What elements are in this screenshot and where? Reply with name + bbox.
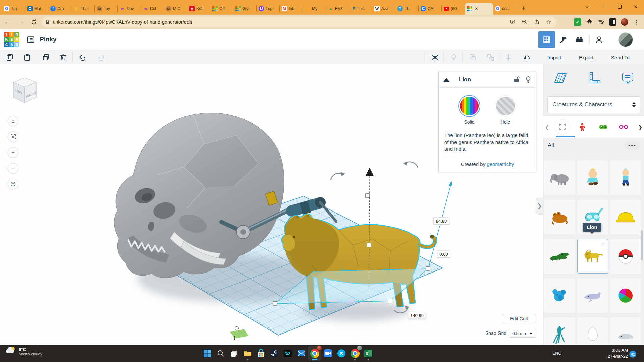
home-view-button[interactable]: ⌂ — [8, 116, 18, 126]
redo-button[interactable] — [97, 52, 107, 62]
dim-width-label[interactable]: 140.69 — [408, 312, 426, 319]
adblock-extension-icon[interactable]: ✓ — [574, 18, 581, 26]
taskbar-excel[interactable]: X — [362, 346, 375, 361]
shape-item-pokeball[interactable] — [610, 239, 641, 274]
tinkercad-logo[interactable]: TINKERCAD — [4, 32, 19, 47]
panel-collapse-button[interactable] — [439, 72, 454, 87]
browser-tab-Gra[interactable]: Gra — [233, 3, 257, 15]
notification-count-badge[interactable]: 41 — [629, 351, 636, 358]
extensions-puzzle-icon[interactable] — [586, 18, 593, 26]
browser-tab-Cra[interactable]: fCra — [48, 3, 71, 15]
account-person-icon[interactable] — [595, 35, 603, 44]
taskbar-zoom[interactable] — [321, 346, 335, 361]
bookmark-star-icon[interactable]: ☆ — [545, 19, 552, 25]
taskbar-chrome[interactable] — [308, 346, 321, 361]
window-close-button[interactable]: × — [628, 0, 644, 13]
shape-item-koala[interactable] — [544, 278, 575, 313]
show-all-button[interactable] — [430, 52, 440, 62]
view-cube[interactable]: LEFT FRONT — [9, 76, 41, 107]
shape-item-beachball[interactable] — [610, 278, 641, 313]
url-text[interactable]: tinkercad.com/things/0f4pwCKALhV-copy-of… — [53, 19, 509, 25]
shape-item-elephant[interactable] — [544, 161, 575, 195]
import-button[interactable]: Import — [544, 52, 565, 62]
raise-handle[interactable] — [366, 168, 374, 176]
workplane-handle[interactable] — [235, 327, 239, 330]
favorite-star-icon[interactable]: ☆ — [601, 240, 606, 247]
subcategory-next-chevron[interactable]: ❯ — [636, 120, 644, 135]
shape-item-boy-standing[interactable] — [610, 161, 641, 195]
taskbar-mail[interactable] — [294, 346, 308, 361]
zoom-out-icon[interactable] — [521, 19, 528, 25]
language-indicator[interactable]: ENG — [550, 345, 564, 362]
browser-tab-The[interactable]: GThe — [71, 3, 95, 15]
shape-item-beluga[interactable] — [610, 317, 641, 345]
edit-grid-button[interactable]: Edit Grid — [502, 314, 536, 323]
browser-tab-Inb[interactable]: MInb — [280, 3, 303, 15]
reader-extension-icon[interactable] — [609, 18, 616, 26]
hole-swatch[interactable] — [496, 97, 515, 115]
browser-tab-Inic[interactable]: PInic — [349, 3, 372, 15]
shape-item-egg[interactable] — [577, 317, 608, 345]
browser-tab-Toy[interactable]: ωToy — [95, 3, 118, 15]
subcategory-prev-chevron[interactable]: ❮ — [543, 120, 551, 135]
mirror-button[interactable] — [522, 52, 532, 62]
copy-button[interactable] — [5, 52, 15, 62]
shape-item-hardhat[interactable] — [610, 200, 641, 234]
shape-item-crocodile[interactable] — [544, 239, 575, 274]
browser-tab-Tra[interactable]: GTra — [2, 3, 25, 15]
browser-menu-icon[interactable]: ⋮ — [633, 18, 640, 26]
browser-tab-EV3[interactable]: ▲EV3 — [326, 3, 349, 15]
browser-tab-Cul[interactable]: ∞Cul — [141, 3, 164, 15]
taskbar-clock[interactable]: 3:03 AM 27-Mar-22 — [600, 347, 628, 359]
browser-tab-Koh[interactable]: vKoh — [187, 3, 210, 15]
design-title[interactable]: Pinky — [40, 36, 57, 43]
taskbar-steam[interactable] — [268, 346, 281, 361]
subcategory-eyes-tab[interactable] — [596, 120, 610, 134]
browser-tab-Off[interactable]: Off — [210, 3, 233, 15]
browser-tab-Log[interactable]: ULog — [257, 3, 280, 15]
solid-option[interactable]: Solid — [460, 97, 479, 125]
window-maximize-button[interactable] — [611, 0, 628, 13]
taskbar-task-view[interactable] — [227, 346, 241, 361]
taskbar-store[interactable] — [254, 346, 268, 361]
browser-tab-CAI[interactable]: CCAI — [419, 3, 442, 15]
subcategory-characters-tab[interactable] — [575, 120, 590, 134]
ungroup-button[interactable] — [486, 52, 496, 62]
zoom-out-button[interactable]: − — [8, 163, 18, 174]
taskbar-start[interactable] — [201, 346, 214, 361]
browser-tab-Aza[interactable]: WAza — [372, 3, 395, 15]
share-icon[interactable] — [533, 19, 540, 25]
browser-tab-(60[interactable]: (60 — [442, 3, 465, 15]
undo-button[interactable] — [77, 52, 87, 62]
browser-tab-Mai[interactable]: OMai — [25, 3, 48, 15]
forward-button[interactable]: → — [16, 17, 25, 27]
minecraft-pickaxe-icon[interactable] — [559, 35, 568, 44]
browser-tab-My[interactable]: ▲My — [303, 3, 326, 15]
taskbar-file-explorer[interactable] — [241, 346, 254, 361]
taskbar-skype[interactable]: S — [335, 346, 348, 361]
category-dropdown[interactable]: Creatures & Characters — [547, 96, 640, 113]
fit-view-button[interactable] — [8, 131, 18, 142]
perspective-toggle-button[interactable] — [8, 179, 18, 189]
workplane-tool-icon[interactable] — [552, 70, 568, 86]
dim-height-label[interactable]: 84.88 — [434, 218, 449, 225]
notes-tool-icon[interactable] — [620, 70, 635, 86]
browser-tab-M.C[interactable]: ωM.C — [164, 3, 187, 15]
unlock-icon[interactable] — [513, 75, 521, 84]
align-button[interactable] — [504, 52, 514, 62]
browser-profile-avatar[interactable] — [621, 18, 628, 26]
solid-color-swatch[interactable] — [460, 97, 479, 115]
browser-tab-Dov[interactable]: ∞Dov — [118, 3, 141, 15]
delete-button[interactable] — [58, 52, 68, 62]
lightbulb-toggle-icon[interactable] — [524, 75, 533, 84]
reload-button[interactable] — [29, 17, 38, 27]
install-app-icon[interactable] — [509, 19, 516, 25]
weather-widget[interactable]: 6°C Mostly cloudy — [3, 346, 45, 357]
lego-brick-icon[interactable] — [575, 35, 584, 44]
dim-elevation-label[interactable]: 0.00 — [437, 251, 450, 258]
section-options-button[interactable]: ••• — [625, 141, 640, 150]
subcategory-all-tab[interactable] — [555, 120, 570, 134]
browser-tab-doc[interactable]: Gdoc — [493, 3, 516, 15]
ruler-tool-icon[interactable] — [586, 70, 601, 86]
3d-viewport[interactable]: 84.88 0.00 140.69 LEFT FRONT ⌂ + − Lion — [0, 64, 644, 345]
